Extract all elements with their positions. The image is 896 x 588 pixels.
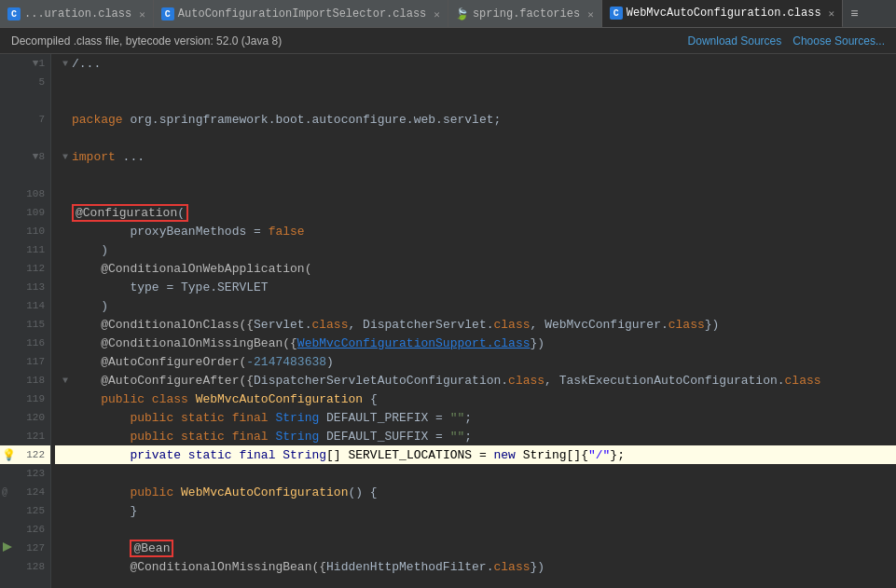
gutter-line-127: 127	[0, 539, 50, 557]
gutter-line-5: 5	[0, 73, 50, 91]
notice-links: Download Sources Choose Sources...	[688, 34, 885, 48]
notice-bar: Decompiled .class file, bytecode version…	[0, 28, 896, 54]
code-line-113: type = Type.SERVLET	[55, 278, 896, 296]
tab-icon-configuration: C	[7, 7, 21, 21]
code-line-112: @ConditionalOnWebApplication(	[55, 259, 896, 278]
code-line-109: @Configuration(	[55, 203, 896, 222]
gutter-line-111: 111	[0, 240, 50, 259]
tab-spring-factories[interactable]: 🍃 spring.factories ✕	[448, 0, 602, 28]
ide-window: C ...uration.class ✕ C AutoConfiguration…	[0, 0, 896, 588]
fold-toggle-8[interactable]: ▼	[59, 152, 72, 162]
gutter-line-121: 121	[0, 427, 50, 445]
code-line-117: @AutoConfigureOrder(-2147483638)	[55, 352, 896, 371]
tab-icon-autoimport: C	[161, 7, 174, 21]
gutter-line-122: 💡122	[0, 445, 50, 464]
bean-annotation-box: @Bean	[130, 540, 173, 557]
fold-toggle-118[interactable]: ▼	[59, 376, 72, 386]
code-line-1: ▼ /...	[55, 54, 896, 73]
code-line-empty-2	[55, 129, 896, 147]
code-line-116: @ConditionalOnMissingBean({WebMvcConfigu…	[55, 334, 896, 352]
gutter-line-114: 114	[0, 296, 50, 315]
code-line-115: @ConditionalOnClass({Servlet.class, Disp…	[55, 315, 896, 334]
code-line-108	[55, 185, 896, 203]
code-line-121: public static final String DEFAULT_SUFFI…	[55, 427, 896, 445]
line-number-gutter: ▼1 5 7 ▼8 108 109 110 111 112 113 114 11…	[0, 54, 51, 588]
code-line-110: proxyBeanMethods = false	[55, 222, 896, 240]
tab-close-autoimport[interactable]: ✕	[434, 8, 440, 21]
code-line-empty-1	[55, 91, 896, 110]
gutter-line-1: ▼1	[0, 54, 50, 73]
decompiled-notice: Decompiled .class file, bytecode version…	[11, 34, 282, 48]
gutter-line-8: ▼8	[0, 147, 50, 166]
tab-close-configuration[interactable]: ✕	[139, 8, 145, 21]
code-line-126	[55, 520, 896, 539]
code-line-122: private static final String[] SERVLET_LO…	[55, 445, 896, 464]
code-line-124: public WebMvcAutoConfiguration() {	[55, 483, 896, 501]
svg-marker-0	[3, 542, 12, 552]
gutter-line-116: 116	[0, 334, 50, 352]
code-line-empty-3	[55, 166, 896, 185]
tab-label-spring-factories: spring.factories	[473, 7, 580, 21]
tab-overflow-icon: ≡	[850, 7, 858, 21]
tab-close-spring-factories[interactable]: ✕	[587, 8, 594, 21]
arrow-icon-127	[2, 541, 13, 555]
choose-sources-link[interactable]: Choose Sources...	[793, 34, 885, 48]
gutter-line-126: 126	[0, 520, 50, 539]
tab-overflow-button[interactable]: ≡	[843, 0, 865, 27]
code-line-7: package org.springframework.boot.autocon…	[55, 110, 896, 129]
gutter-line-115: 115	[0, 315, 50, 334]
tab-label-autoimport: AutoConfigurationImportSelector.class	[178, 7, 426, 21]
code-line-119: public class WebMvcAutoConfiguration {	[55, 390, 896, 408]
gutter-line-117: 117	[0, 352, 50, 371]
gutter-line-empty-3	[0, 166, 50, 185]
gutter-line-empty-2	[0, 129, 50, 147]
code-line-114: )	[55, 296, 896, 315]
gutter-line-7: 7	[0, 110, 50, 129]
gutter-line-118: 118	[0, 371, 50, 390]
download-sources-link[interactable]: Download Sources	[688, 34, 782, 48]
code-line-111: )	[55, 240, 896, 259]
tab-icon-spring-factories: 🍃	[456, 7, 469, 21]
gutter-line-empty-1	[0, 91, 50, 110]
code-line-123	[55, 464, 896, 483]
tab-configuration[interactable]: C ...uration.class ✕	[0, 0, 154, 28]
tab-label-webmvc: WebMvcAutoConfiguration.class	[627, 7, 821, 20]
code-line-128: @ConditionalOnMissingBean({HiddenHttpMet…	[55, 557, 896, 576]
tab-close-webmvc[interactable]: ✕	[829, 7, 835, 20]
code-line-120: public static final String DEFAULT_PREFI…	[55, 408, 896, 427]
code-line-8: ▼ import ...	[55, 147, 896, 166]
gutter-line-109: 109	[0, 203, 50, 222]
lightbulb-icon[interactable]: 💡	[2, 448, 16, 462]
code-line-125: }	[55, 501, 896, 520]
code-line-118: ▼ @AutoConfigureAfter({DispatcherServlet…	[55, 371, 896, 390]
gutter-line-125: 125	[0, 501, 50, 520]
tab-webmvc[interactable]: C WebMvcAutoConfiguration.class ✕	[602, 0, 843, 28]
configuration-annotation-box: @Configuration(	[72, 204, 188, 222]
gutter-line-113: 113	[0, 278, 50, 296]
gutter-line-120: 120	[0, 408, 50, 427]
gutter-line-119: 119	[0, 390, 50, 408]
code-line-5	[55, 73, 896, 91]
tab-label-configuration: ...uration.class	[24, 7, 131, 21]
gutter-line-112: 112	[0, 259, 50, 278]
fold-icon-8[interactable]: ▼	[33, 151, 39, 162]
gutter-line-124: @124	[0, 483, 50, 501]
gutter-line-123: 123	[0, 464, 50, 483]
at-marker-124: @	[2, 487, 7, 498]
gutter-line-108: 108	[0, 185, 50, 203]
code-line-127: @Bean	[55, 539, 896, 557]
fold-icon-1[interactable]: ▼	[33, 58, 39, 69]
gutter-line-110: 110	[0, 222, 50, 240]
code-content: ▼ /... package org.springframework.boot.…	[51, 54, 896, 588]
tab-bar: C ...uration.class ✕ C AutoConfiguration…	[0, 0, 896, 28]
tab-icon-webmvc: C	[610, 7, 623, 20]
tab-autoimport[interactable]: C AutoConfigurationImportSelector.class …	[154, 0, 448, 28]
fold-toggle-1[interactable]: ▼	[59, 59, 72, 69]
gutter-line-128: 128	[0, 557, 50, 576]
code-area: ▼1 5 7 ▼8 108 109 110 111 112 113 114 11…	[0, 54, 896, 588]
